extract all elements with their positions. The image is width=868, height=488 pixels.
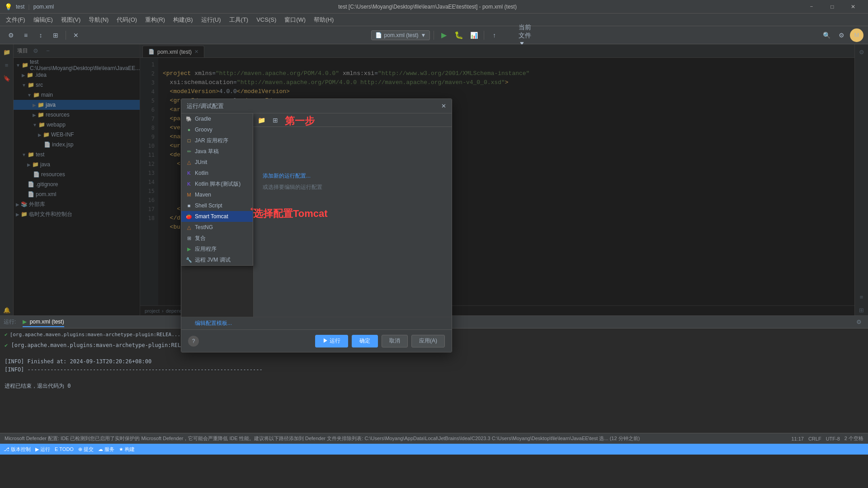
output-line-2: [INFO] ---------------------------------…: [5, 366, 863, 374]
edit-config-link[interactable]: 编辑配置模板...: [188, 315, 239, 331]
vcs-button[interactable]: ↑: [488, 29, 500, 42]
commit-bar-item[interactable]: ⊕ 提交: [78, 446, 94, 453]
menu-navigate[interactable]: 导航(N): [85, 14, 112, 25]
run-task-1: [org.apache.maven.plugins:maven-archetyp…: [10, 331, 181, 339]
search-everywhere-btn[interactable]: 🔍: [820, 29, 833, 42]
menu-vcs[interactable]: VCS(S): [253, 15, 280, 24]
build-label: 构建: [125, 446, 135, 453]
modal-close-btn[interactable]: ✕: [441, 103, 446, 109]
run-button[interactable]: ▶ 运行: [315, 335, 348, 347]
status-right: 11:17 CRLF UTF-8 2 个空格: [791, 435, 863, 442]
modal-sort-btn[interactable]: ⊞: [269, 114, 282, 127]
gradle-icon: 🐘: [186, 116, 192, 122]
junit-label: JUnit: [195, 159, 207, 165]
confirm-button[interactable]: 确定: [352, 335, 378, 347]
todo-bar-item[interactable]: E TODO: [55, 446, 74, 452]
java-scratch-label: Java 草稿: [195, 148, 219, 155]
dropdown-maven[interactable]: M Maven: [181, 189, 253, 200]
menu-refactor[interactable]: 重构(R): [142, 14, 169, 25]
file-name: pom.xml: [33, 4, 54, 10]
dropdown-shell[interactable]: ■ Shell Script: [181, 200, 253, 211]
settings-btn[interactable]: ⚙: [835, 29, 848, 42]
or-text: 或选择要编辑的运行配置: [263, 183, 443, 191]
run-bar-item[interactable]: ▶ 运行: [35, 446, 50, 453]
menu-file[interactable]: 文件(F): [2, 14, 29, 25]
dropdown-compound[interactable]: ⊞ 复合: [181, 233, 253, 244]
services-icon: ☁: [98, 446, 103, 452]
dropdown-jar[interactable]: □ JAR 应用程序: [181, 135, 253, 146]
run-button[interactable]: ▶: [438, 29, 450, 42]
branch-icon: ⎇: [4, 446, 9, 452]
menu-help[interactable]: 帮助(H): [310, 14, 337, 25]
menu-view[interactable]: 视图(V): [57, 14, 84, 25]
debug-button[interactable]: 🐛: [453, 29, 465, 42]
line-ending[interactable]: CRLF: [808, 436, 821, 441]
main-area: 📁 ≡ 🔖 🔔 项目 ⚙ − ▼ 📁 test C:\Users\Moyang\…: [0, 44, 868, 315]
encoding[interactable]: UTF-8: [826, 436, 840, 441]
toolbar-close-btn[interactable]: ✕: [70, 29, 82, 42]
bottom-bar: ⎇ 版本控制 ▶ 运行 E TODO ⊕ 提交 ☁ 服务 ★ 构建: [0, 444, 868, 455]
run-config-dropdown[interactable]: 📄 pom.xml (test) ▼: [371, 30, 430, 40]
add-config-link[interactable]: 添加新的运行配置...: [263, 172, 443, 180]
dropdown-smart-tomcat[interactable]: 🍅 Smart Tomcat: [181, 211, 253, 222]
modal-footer-buttons: ▶ 运行 确定 取消 应用(A): [315, 335, 445, 347]
bottom-tab-active[interactable]: ▶ pom.xml (test): [23, 317, 64, 327]
app-icon: ▶: [186, 246, 192, 252]
build-bar-item[interactable]: ★ 构建: [119, 446, 135, 453]
menu-window[interactable]: 窗口(W): [281, 14, 309, 25]
cursor-position[interactable]: 11:17: [791, 436, 804, 441]
apply-button[interactable]: 应用(A): [411, 335, 445, 347]
gradle-label: Gradle: [195, 116, 211, 122]
menu-build[interactable]: 构建(B): [170, 14, 196, 25]
separator3: [484, 31, 484, 40]
minimize-button[interactable]: －: [801, 0, 822, 14]
close-button[interactable]: ✕: [843, 0, 863, 14]
defender-message: Microsoft Defender 配置: IDE 已检测到您已启用了实时保护…: [5, 435, 640, 442]
dropdown-gradle[interactable]: 🐘 Gradle: [181, 113, 253, 124]
current-file-btn[interactable]: 当前文件 ▼: [519, 29, 531, 42]
menu-run[interactable]: 运行(U): [198, 14, 225, 25]
menu-tools[interactable]: 工具(T): [226, 14, 252, 25]
profile-button[interactable]: 📊: [467, 29, 480, 42]
kotlin-icon: K: [186, 170, 192, 176]
dropdown-java-scratch[interactable]: ✏ Java 草稿: [181, 146, 253, 157]
dropdown-junit[interactable]: △ JUnit: [181, 157, 253, 168]
java-scratch-icon: ✏: [186, 148, 192, 155]
project-settings-btn[interactable]: ⚙: [5, 29, 17, 42]
maven-label: Maven: [195, 192, 211, 198]
run-bar-label: 运行: [40, 446, 50, 453]
commit-label: 提交: [84, 446, 94, 453]
toolbar-sort-btn[interactable]: ↕: [34, 29, 47, 42]
indent-info[interactable]: 2 个空格: [844, 435, 863, 442]
modal-title: 运行/调试配置: [187, 102, 224, 110]
maximize-button[interactable]: □: [822, 0, 843, 14]
help-button[interactable]: ?: [188, 336, 199, 347]
dropdown-kotlin-script[interactable]: K Kotlin 脚本(测试版): [181, 178, 253, 189]
vcs-bar-item[interactable]: ⎇ 版本控制: [4, 446, 31, 453]
kotlin-label: Kotlin: [195, 170, 208, 176]
kotlin-script-label: Kotlin 脚本(测试版): [195, 180, 241, 188]
dropdown-remote-jvm[interactable]: 🔧 远程 JVM 调试: [181, 254, 253, 265]
dropdown-kotlin[interactable]: K Kotlin: [181, 168, 253, 178]
services-label: 服务: [104, 446, 114, 453]
dropdown-groovy[interactable]: ● Groovy: [181, 124, 253, 135]
jar-icon: □: [186, 137, 192, 144]
dropdown-application[interactable]: ▶ 应用程序: [181, 244, 253, 254]
toolbar-list-btn[interactable]: ≡: [19, 29, 32, 42]
bottom-settings-icon[interactable]: ⚙: [854, 317, 864, 328]
testng-label: TestNG: [195, 224, 213, 230]
todo-icon: E: [55, 446, 58, 452]
run-config-name: pom.xml (test): [384, 32, 419, 38]
menu-edit[interactable]: 编辑(E): [30, 14, 57, 25]
toolbar-filter-btn[interactable]: ⊞: [49, 29, 62, 42]
dropdown-testng[interactable]: △ TestNG: [181, 222, 253, 233]
modal-folder-btn[interactable]: 📁: [255, 114, 268, 127]
menu-code[interactable]: 代码(O): [113, 14, 141, 25]
vcs-label: 版本控制: [11, 446, 31, 453]
user-avatar[interactable]: M: [850, 28, 863, 42]
services-bar-item[interactable]: ☁ 服务: [98, 446, 114, 453]
cancel-button[interactable]: 取消: [382, 335, 408, 347]
testng-icon: △: [186, 224, 192, 230]
window-title: test [C:\Users\Moyang\Desktop\file\learn…: [338, 4, 517, 10]
modal-overlay: 运行/调试配置 ✕ + − ⧉ ↑ ↓ 📁 ⊞ 添加新配置 ▼: [0, 44, 868, 315]
